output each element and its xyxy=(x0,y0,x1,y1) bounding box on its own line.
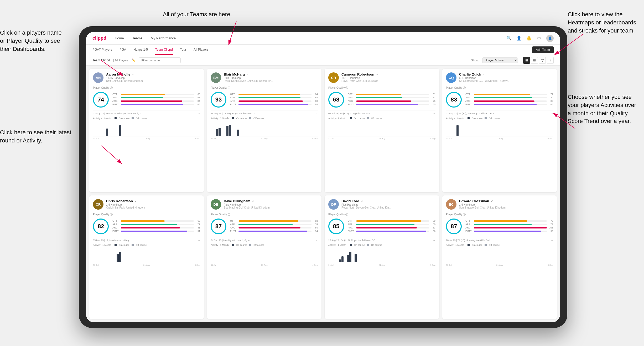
tab-all-players[interactable]: All Players xyxy=(194,45,209,55)
activity-label: Activity · 1 Month On course Off course xyxy=(211,244,318,246)
latest-round[interactable]: 04 Sep 23 | Mobility with coach, Gym → xyxy=(211,237,318,242)
nav-item-performance[interactable]: My Performance xyxy=(151,36,176,40)
settings-icon[interactable]: ⚙ xyxy=(536,36,542,41)
latest-round[interactable]: 05 Mar 23 | 19, Must make putting → xyxy=(93,237,200,242)
quality-label: Player Quality ⓘ xyxy=(93,213,200,216)
grid-large-view-button[interactable]: ⊞ xyxy=(523,57,530,64)
bar-track xyxy=(356,231,429,232)
tab-tour[interactable]: Tour xyxy=(180,45,186,55)
bar-label: OTT xyxy=(112,93,120,95)
bar-row: PUTT 85 xyxy=(348,103,435,106)
filter-button[interactable]: ▽ xyxy=(539,57,546,64)
quality-score[interactable]: 83 xyxy=(446,92,462,108)
quality-content[interactable]: 68 OTT 61 APP xyxy=(328,92,435,108)
avatar[interactable]: 👤 xyxy=(546,35,554,42)
tab-pgat-players[interactable]: PGAT Players xyxy=(92,45,112,55)
player-card[interactable]: CR Chris Robertson ✓ 1-5 Handicap Craigi… xyxy=(89,195,204,319)
bar-row: OTT 60 xyxy=(112,220,200,222)
quality-score[interactable]: 68 xyxy=(328,92,344,108)
quality-content[interactable]: 74 OTT 60 APP xyxy=(93,92,200,108)
off-course-dot xyxy=(132,117,134,119)
player-card[interactable]: CR Cameron Robertson ✓ 11-15 Handicap Ro… xyxy=(325,69,439,192)
player-info: Chris Robertson ✓ 1-5 Handicap Craigimll… xyxy=(106,199,200,209)
bar-row: APP 77 xyxy=(112,223,200,226)
edit-icon[interactable]: ✏️ xyxy=(132,58,136,62)
quality-score[interactable]: 85 xyxy=(328,219,344,234)
quality-score[interactable]: 93 xyxy=(211,92,226,108)
nav-item-home[interactable]: Home xyxy=(115,36,124,40)
player-name[interactable]: Aaron Nicholls ✓ xyxy=(106,72,200,76)
quality-score[interactable]: 87 xyxy=(446,219,462,234)
player-header: BM Blair McHarg ✓ Plus Handicap Royal No… xyxy=(211,72,318,83)
filter-input[interactable] xyxy=(139,57,181,63)
player-info: Blair McHarg ✓ Plus Handicap Royal North… xyxy=(224,72,318,82)
chart-date-2: 21 Aug xyxy=(496,264,503,266)
latest-round[interactable]: 18 Jul 23 | 74 (+3), Sunningdale GC - Ol… xyxy=(446,237,553,242)
quality-score[interactable]: 74 xyxy=(93,92,109,108)
latest-round[interactable]: 02 Sep 23 | Sunset round to get back int… xyxy=(93,110,200,115)
bar-label: PUTT xyxy=(230,103,237,106)
latest-round[interactable]: 02 Jul 23 | 59 (+17), Craigimllar Park G… xyxy=(328,110,435,115)
player-card[interactable]: EC Edward Crossman ✓ 1-5 Handicap Sunnin… xyxy=(442,195,557,319)
bar-track xyxy=(356,97,429,98)
off-course-dot xyxy=(485,117,487,119)
latest-round[interactable]: 26 Aug 23 | 73 (+1), Royal North Devon G… xyxy=(211,110,318,115)
bar-value: 88 xyxy=(313,100,318,102)
person-icon[interactable]: 👤 xyxy=(516,36,522,41)
quality-content[interactable]: 87 OTT 82 APP xyxy=(211,219,318,234)
grid-small-view-button[interactable]: ⊟ xyxy=(531,57,538,64)
bar-row: APP 79 xyxy=(465,223,553,226)
add-team-button[interactable]: Add Team xyxy=(532,46,554,53)
off-course-dot xyxy=(367,244,369,246)
activity-label: Activity · 1 Month On course Off course xyxy=(93,117,200,120)
nav-right: 🔍 👤 🔔 ⚙ 👤 xyxy=(506,35,554,42)
bar-value: 82 xyxy=(313,220,318,222)
quality-content[interactable]: 82 OTT 60 APP xyxy=(93,219,200,234)
player-card[interactable]: DB Dave Billingham ✓ Plus Handicap Sog M… xyxy=(207,195,321,319)
bar-label: PUTT xyxy=(112,230,120,232)
bar-track xyxy=(121,227,194,228)
quality-bars: OTT 82 APP 74 xyxy=(230,220,318,233)
tab-pga[interactable]: PGA xyxy=(120,45,126,55)
player-avatar: DB xyxy=(211,199,221,210)
player-card[interactable]: DF David Ford ✓ Plus Handicap Royal Nort… xyxy=(325,195,439,319)
player-name[interactable]: Edward Crossman ✓ xyxy=(459,199,553,203)
sort-button[interactable]: ↕ xyxy=(547,57,554,64)
player-card[interactable]: BM Blair McHarg ✓ Plus Handicap Royal No… xyxy=(207,69,321,192)
player-club: Royal North Devon Golf Club, United Kin.… xyxy=(224,79,318,82)
player-name[interactable]: David Ford ✓ xyxy=(341,199,435,203)
bell-icon[interactable]: 🔔 xyxy=(526,36,532,41)
player-name[interactable]: Blair McHarg ✓ xyxy=(224,72,318,76)
player-header: CR Cameron Robertson ✓ 11-15 Handicap Ro… xyxy=(328,72,435,83)
show-select[interactable]: Player Activity Quality Score Trend xyxy=(482,57,518,63)
player-name[interactable]: Charlie Quick ✓ xyxy=(459,72,553,76)
tab-team-clippd[interactable]: Team Clippd xyxy=(155,45,173,55)
player-club: Sunningdale Golf Club, United Kingdom xyxy=(459,206,553,209)
annotation-players-name: Click on a players nameor Player Quality… xyxy=(0,29,62,53)
quality-score[interactable]: 82 xyxy=(93,219,109,234)
off-course-label: Off course xyxy=(371,117,382,120)
bar-value: 63 xyxy=(430,96,435,99)
bar-fill xyxy=(238,100,303,102)
quality-score[interactable]: 87 xyxy=(211,219,226,234)
player-card[interactable]: AN Aaron Nicholls ✓ 11-15 Handicap Drift… xyxy=(89,69,204,192)
quality-content[interactable]: 85 OTT 89 APP xyxy=(328,219,435,234)
latest-round[interactable]: 07 Aug 23 | 77 (+7), St George's Hill GC… xyxy=(446,110,553,115)
quality-content[interactable]: 87 OTT 73 APP xyxy=(446,219,553,234)
player-handicap: 1-5 Handicap xyxy=(459,203,553,206)
search-icon[interactable]: 🔍 xyxy=(506,36,512,41)
tab-hcaps[interactable]: Hcaps 1-5 xyxy=(133,45,148,55)
arrow-right-icon: → xyxy=(315,112,318,115)
player-card[interactable]: CQ Charlie Quick ✓ 6-10 Handicap St. Geo… xyxy=(442,69,557,192)
arrow-right-icon: → xyxy=(433,239,435,242)
player-name[interactable]: Dave Billingham ✓ xyxy=(224,199,318,203)
bar-value: 84 xyxy=(195,100,200,102)
latest-round[interactable]: 26 Aug 23 | 84 (+12), Royal North Devon … xyxy=(328,237,435,242)
player-name[interactable]: Chris Robertson ✓ xyxy=(106,199,200,203)
team-count: | 14 Players xyxy=(113,59,128,62)
quality-content[interactable]: 83 OTT 77 APP xyxy=(446,92,553,108)
activity-chart xyxy=(211,121,318,136)
player-name[interactable]: Cameron Robertson ✓ xyxy=(341,72,435,76)
quality-content[interactable]: 93 OTT 84 APP xyxy=(211,92,318,108)
nav-item-teams[interactable]: Teams xyxy=(132,36,142,40)
